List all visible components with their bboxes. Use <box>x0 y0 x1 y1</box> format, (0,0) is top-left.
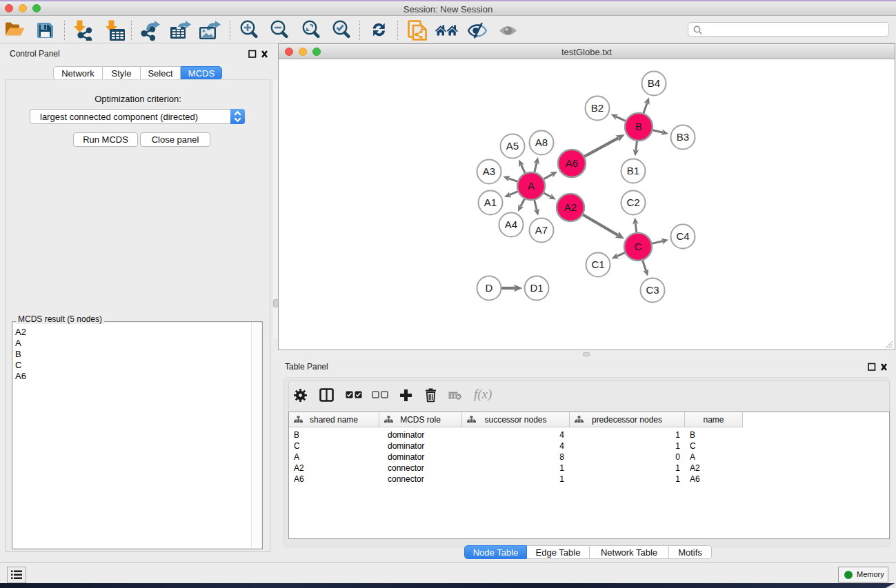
svg-text:B: B <box>635 121 642 132</box>
svg-text:C: C <box>635 241 642 252</box>
svg-text:D: D <box>486 282 493 294</box>
svg-text:B2: B2 <box>591 102 604 114</box>
svg-text:C2: C2 <box>626 196 639 208</box>
svg-text:B1: B1 <box>627 165 639 176</box>
svg-text:A8: A8 <box>535 136 548 148</box>
svg-text:D1: D1 <box>530 282 543 294</box>
svg-text:A7: A7 <box>535 224 548 236</box>
svg-text:A2: A2 <box>564 201 577 213</box>
svg-text:A4: A4 <box>505 219 517 230</box>
svg-text:A5: A5 <box>506 140 519 152</box>
svg-text:C3: C3 <box>646 284 659 296</box>
svg-text:B4: B4 <box>648 77 660 89</box>
svg-text:A1: A1 <box>484 196 497 208</box>
svg-text:B3: B3 <box>677 131 689 143</box>
svg-text:C1: C1 <box>591 258 604 270</box>
svg-text:A3: A3 <box>483 165 495 177</box>
svg-text:A: A <box>528 180 535 192</box>
svg-text:A6: A6 <box>566 157 578 169</box>
svg-text:C4: C4 <box>676 230 689 242</box>
